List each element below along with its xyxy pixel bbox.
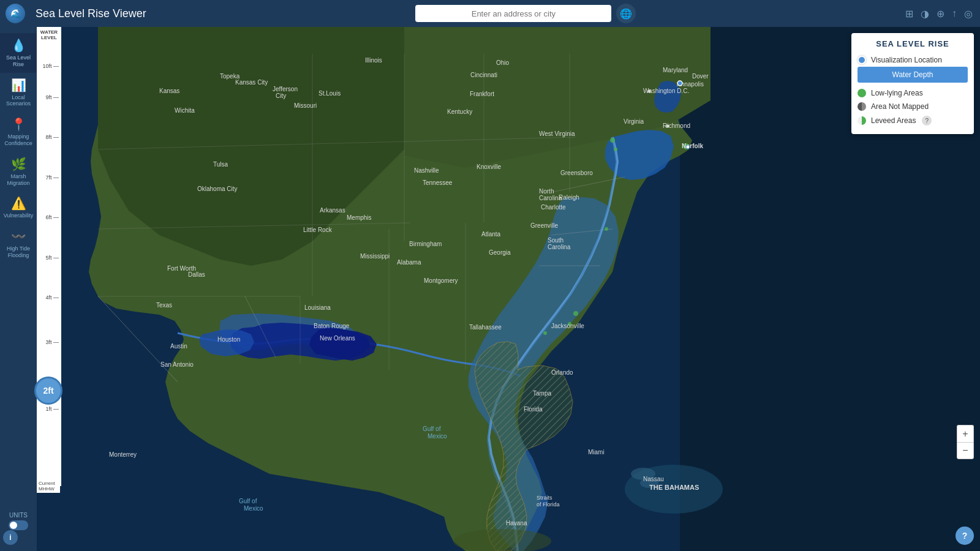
contrast-tool-button[interactable]: ◑ xyxy=(921,8,929,20)
scale-marker-4ft: 4ft — xyxy=(45,294,59,301)
units-section: UNITS xyxy=(0,509,37,533)
city-sc2: Carolina xyxy=(548,244,571,250)
city-virginia: Virginia xyxy=(624,118,644,125)
city-montgomery: Montgomery xyxy=(424,277,458,284)
map-container[interactable]: Topeka Kansas City Jefferson City St.Lou… xyxy=(37,27,980,551)
city-sanantonio: San Antonio xyxy=(160,361,194,368)
city-charlotte: Charlotte xyxy=(541,204,566,211)
sidebar-item-high-tide-flooding[interactable]: 〰️ High TideFlooding xyxy=(0,224,37,264)
vulnerability-icon: ⚠️ xyxy=(11,196,26,211)
search-container: 🌐 xyxy=(146,4,905,23)
city-wv: West Virginia xyxy=(539,130,575,137)
city-houston: Houston xyxy=(217,336,240,343)
svg-point-44 xyxy=(648,90,651,93)
city-stlouis: St.Louis xyxy=(318,90,341,97)
grid-tool-button[interactable]: ⊞ xyxy=(905,8,913,20)
city-gulf2: Mexico xyxy=(428,433,447,440)
city-gulf3: Gulf of xyxy=(239,498,257,504)
svg-point-38 xyxy=(605,227,608,231)
location-tool-button[interactable]: ◎ xyxy=(964,8,973,20)
info-button[interactable]: i xyxy=(3,530,18,545)
city-okc: Oklahoma City xyxy=(197,186,238,192)
city-greenville: Greenville xyxy=(530,222,558,229)
city-tallahassee: Tallahassee xyxy=(469,324,502,331)
svg-point-35 xyxy=(610,138,615,143)
visualization-location-label: Visualization Location xyxy=(871,56,942,64)
not-mapped-dot xyxy=(858,102,866,111)
water-depth-button[interactable]: Water Depth xyxy=(858,67,968,83)
search-input[interactable] xyxy=(415,5,611,22)
sidebar: 💧 Sea LevelRise 📊 LocalScenarios 📍 Mappi… xyxy=(0,27,37,551)
water-level-scale: WATERLEVEL 10ft — 9ft — 8ft — 7ft — 6ft … xyxy=(37,27,61,486)
city-jefferson-city: Jefferson xyxy=(273,86,298,92)
city-tennessee: Tennessee xyxy=(423,179,453,186)
city-mississippi: Mississippi xyxy=(360,253,390,260)
city-batonrouge: Baton Rouge xyxy=(314,323,350,329)
sea-level-rise-icon: 💧 xyxy=(11,38,26,53)
city-arkansas: Arkansas xyxy=(320,207,345,214)
logo: 🌊 xyxy=(0,0,31,27)
units-label: UNITS xyxy=(9,512,28,519)
low-lying-label: Low-lying Areas xyxy=(871,89,923,97)
sidebar-item-vulnerability[interactable]: ⚠️ Vulnerability xyxy=(0,191,37,224)
city-wichita: Wichita xyxy=(175,107,195,114)
city-straits2: of Florida xyxy=(537,501,560,508)
sidebar-item-mapping-confidence[interactable]: 📍 MappingConfidence xyxy=(0,112,37,152)
sidebar-item-marsh-migration[interactable]: 🌿 MarshMigration xyxy=(0,152,37,192)
city-knoxville: Knoxville xyxy=(477,163,501,170)
leveed-help-icon[interactable]: ? xyxy=(922,116,932,126)
scale-marker-7ft: 7ft — xyxy=(45,174,59,181)
city-illinois: Illinois xyxy=(365,57,382,64)
not-mapped-label: Area Not Mapped xyxy=(871,102,929,111)
units-toggle[interactable] xyxy=(9,520,28,530)
city-alabama: Alabama xyxy=(397,259,421,266)
scale-marker-6ft: 6ft — xyxy=(45,214,59,220)
zoom-out-button[interactable]: − xyxy=(957,442,974,459)
city-texas: Texas xyxy=(156,302,172,309)
sidebar-item-sea-level-rise-label: Sea LevelRise xyxy=(6,54,31,68)
scale-marker-8ft: 8ft — xyxy=(45,134,59,140)
legend-low-lying: Low-lying Areas xyxy=(858,86,968,100)
city-kansas: Kansas xyxy=(159,88,179,94)
leveed-dot xyxy=(858,116,866,125)
layers-tool-button[interactable]: ⊕ xyxy=(937,8,944,20)
legend-visualization-location: Visualization Location xyxy=(858,53,968,67)
city-neworleans: New Orleans xyxy=(320,335,355,342)
sidebar-item-sea-level-rise[interactable]: 💧 Sea LevelRise xyxy=(0,33,37,73)
zoom-in-button[interactable]: + xyxy=(957,425,974,442)
city-atlanta: Atlanta xyxy=(481,231,501,238)
app-title: Sea Level Rise Viewer xyxy=(36,7,146,20)
sidebar-item-high-tide-flooding-label: High TideFlooding xyxy=(7,246,30,259)
sidebar-item-local-scenarios[interactable]: 📊 LocalScenarios xyxy=(0,73,37,113)
city-gulf4: Mexico xyxy=(244,505,263,512)
legend-panel: SEA LEVEL RISE Visualization Location Wa… xyxy=(851,33,974,134)
logo-icon: 🌊 xyxy=(6,4,25,23)
scale-marker-9ft: 9ft — xyxy=(45,94,59,100)
low-lying-dot xyxy=(858,89,866,97)
city-memphis: Memphis xyxy=(347,214,372,221)
city-florida: Florida xyxy=(524,406,543,413)
city-jacksonville: Jacksonville xyxy=(551,323,584,329)
svg-point-36 xyxy=(614,148,617,151)
local-scenarios-icon: 📊 xyxy=(11,78,26,92)
city-tulsa: Tulsa xyxy=(213,161,228,168)
share-tool-button[interactable]: ↑ xyxy=(952,8,957,19)
city-austin: Austin xyxy=(170,343,187,350)
help-button[interactable]: ? xyxy=(956,527,974,545)
city-monterrey: Monterrey xyxy=(109,451,137,458)
city-cincinnati: Cincinnati xyxy=(470,72,497,78)
svg-point-45 xyxy=(666,125,669,128)
header: 🌊 Sea Level Rise Viewer 🌐 ⊞ ◑ ⊕ ↑ ◎ xyxy=(0,0,980,27)
city-raleigh: Raleigh xyxy=(559,194,579,201)
map-svg: Topeka Kansas City Jefferson City St.Lou… xyxy=(37,27,980,551)
svg-point-39 xyxy=(573,311,578,316)
city-gulf1: Gulf of xyxy=(423,425,441,432)
globe-button[interactable]: 🌐 xyxy=(616,4,636,23)
sidebar-item-marsh-migration-label: MarshMigration xyxy=(7,173,29,187)
sea-level-bubble[interactable]: 2ft xyxy=(34,377,62,405)
svg-point-43 xyxy=(686,145,690,149)
city-miami: Miami xyxy=(588,449,605,455)
scale-markers: 10ft — 9ft — 8ft — 7ft — 6ft — 5ft — 4ft… xyxy=(37,41,61,486)
legend-title: SEA LEVEL RISE xyxy=(858,39,968,48)
city-greensboro: Greensboro xyxy=(560,170,593,176)
